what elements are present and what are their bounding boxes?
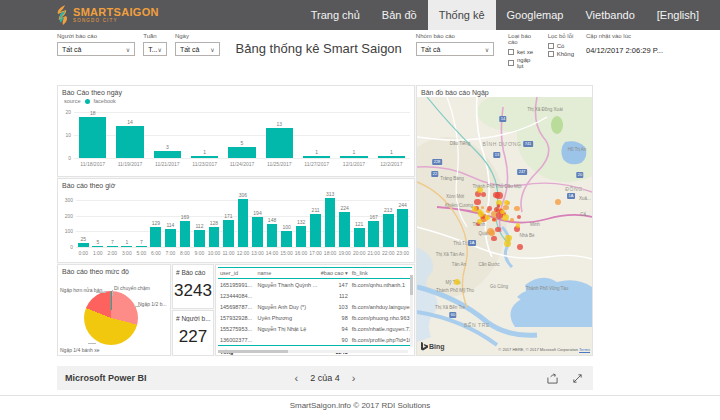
fullscreen-icon[interactable]	[572, 373, 583, 384]
incident-dot[interactable]	[517, 244, 523, 250]
prev-page-button[interactable]: ‹	[295, 372, 299, 384]
table-row[interactable]: 165195991...Nguyễn Thanh Quỳnh ...147fb.…	[218, 279, 412, 291]
incident-dot[interactable]	[495, 227, 500, 232]
table-row[interactable]: 123444084...112	[218, 290, 412, 301]
incident-dot[interactable]	[516, 223, 521, 228]
bar-14-00[interactable]	[267, 224, 278, 247]
bar-8-00[interactable]	[180, 221, 191, 247]
incident-dot[interactable]	[555, 199, 561, 205]
bar-11-27-2017[interactable]	[303, 156, 331, 158]
bar-value-label: 148	[265, 217, 280, 223]
bar-5-00[interactable]	[136, 246, 147, 248]
bar-2-00[interactable]	[107, 246, 118, 248]
bing-map[interactable]: Bing © 2017 HERE, © 2017 Microsoft Corpo…	[417, 97, 592, 355]
bar-18-00[interactable]	[325, 198, 336, 247]
incident-dot[interactable]	[477, 187, 483, 193]
bar-1-00[interactable]	[92, 246, 103, 248]
bar-9-00[interactable]	[194, 230, 205, 248]
map-place-label: Thị Xã Đồng Xoài	[527, 107, 562, 112]
bar-11-25-2017[interactable]	[266, 128, 294, 158]
error-filter-label: Lọc bỏ lỗi	[548, 33, 574, 39]
bar-6-00[interactable]	[150, 227, 161, 247]
severity-pie-panel: Báo cáo theo mức độ Ngập hơn nửa bán... …	[57, 264, 171, 356]
smartsaigon-logo[interactable]: SMARTSAIGON SONGDO CITY	[55, 5, 159, 25]
nav-item-googlemap[interactable]: Googlemap	[496, 0, 575, 30]
bar-17-00[interactable]	[310, 214, 321, 247]
bar-11-19-2017[interactable]	[116, 126, 144, 158]
bar-13-00[interactable]	[252, 217, 263, 247]
pie-chart[interactable]	[84, 291, 138, 345]
table-cell: 157932928...	[218, 312, 255, 323]
bar-7-00[interactable]	[165, 229, 176, 247]
share-icon[interactable]	[547, 373, 558, 384]
nav-item-trang-ch-[interactable]: Trang chủ	[300, 0, 371, 30]
table-horizontal-scrollbar[interactable]	[218, 350, 408, 353]
bar-value-label: 13	[261, 121, 298, 127]
table-row[interactable]: 155275953...Nguyễn Thị Nhật Lệ94fb.com/n…	[218, 323, 412, 334]
footer-divider	[0, 395, 720, 396]
bar-20-00[interactable]	[354, 228, 365, 247]
incident-dot[interactable]	[514, 206, 519, 211]
day-filter-dropdown[interactable]: Tất cả ∨	[175, 42, 220, 56]
next-page-button[interactable]: ›	[352, 372, 356, 384]
group-filter-dropdown[interactable]: Tất cả ∨	[416, 42, 494, 56]
table-header--bao-cao[interactable]: #bao cao ▾	[318, 268, 350, 279]
page-navigation: ‹ 2 của 4 ›	[57, 372, 593, 384]
checkbox-co[interactable]: Có	[548, 43, 574, 49]
incident-dot[interactable]	[503, 205, 509, 211]
incident-dot[interactable]	[487, 206, 492, 211]
bar-10-00[interactable]	[209, 227, 220, 247]
table-row[interactable]: 145698787...Nguyễn Anh Duy (*)103fb.com/…	[218, 301, 412, 312]
bar-value-label: 112	[192, 223, 207, 229]
road-badge: 14	[499, 116, 506, 122]
bar-11-23-2017[interactable]	[191, 156, 219, 158]
bar-value-label: 211	[308, 207, 323, 213]
bar-12-00[interactable]	[238, 199, 249, 247]
bar-0-00[interactable]	[78, 243, 89, 247]
week-filter-dropdown[interactable]: T... ∨	[143, 42, 167, 56]
bar-15-00[interactable]	[281, 231, 292, 247]
checkbox-icon	[508, 60, 514, 66]
road-badge: 1A	[468, 240, 476, 246]
nav-item-b-n-[interactable]: Bản đồ	[371, 0, 428, 30]
gridline	[74, 112, 410, 113]
table-vertical-scrollbar[interactable]	[410, 275, 413, 347]
daily-chart-title: Báo Cáo theo ngày	[58, 86, 414, 96]
incident-dot[interactable]	[495, 192, 503, 200]
bar-3-00[interactable]	[121, 246, 132, 248]
incident-dot[interactable]	[510, 218, 514, 222]
nav-item--english-[interactable]: [English]	[646, 0, 710, 30]
table-header-name[interactable]: name	[255, 268, 317, 279]
incident-dot[interactable]	[491, 236, 496, 241]
bar-11-18-2017[interactable]	[79, 117, 107, 158]
nav-item-vietbando[interactable]: Vietbando	[574, 0, 645, 30]
bing-logo[interactable]: Bing	[421, 342, 445, 351]
incident-dot[interactable]	[492, 218, 496, 222]
table-row[interactable]: 157932928...Uyên Phương98fb.com/phuong.n…	[218, 312, 412, 323]
reporter-filter-dropdown[interactable]: Tất cả ∨	[57, 42, 135, 56]
bar-23-00[interactable]	[397, 209, 408, 247]
chevron-down-icon: ∨	[126, 46, 130, 53]
bar-22-00[interactable]	[383, 214, 394, 247]
bar-21-00[interactable]	[368, 221, 379, 247]
bar-16-00[interactable]	[296, 226, 307, 247]
bar-11-24-2017[interactable]	[228, 147, 256, 159]
bar-value-label: 129	[149, 220, 164, 226]
bar-value-label: 194	[250, 210, 265, 216]
checkbox-ket-xe[interactable]: kẹt xe	[508, 49, 534, 55]
incident-dot[interactable]	[504, 240, 511, 247]
checkbox-khong[interactable]: Không	[548, 51, 574, 57]
bar-19-00[interactable]	[339, 212, 350, 247]
bar-12-1-2017[interactable]	[340, 156, 368, 158]
nav-item-th-ng-k-[interactable]: Thống kê	[428, 0, 496, 30]
bar-11-21-2017[interactable]	[154, 151, 182, 158]
table-header-user-id[interactable]: user_id	[218, 268, 255, 279]
table-header-fb-link[interactable]: fb_link	[350, 268, 412, 279]
bar-12-2-2017[interactable]	[378, 156, 406, 158]
incident-dot[interactable]	[454, 279, 460, 285]
checkbox-ngap-lut[interactable]: ngập lụt	[508, 57, 534, 69]
bar-11-00[interactable]	[223, 220, 234, 247]
table-row[interactable]: 136002377...90fb.com/profile.php?id=1000…	[218, 334, 412, 346]
terms-link[interactable]: Terms	[579, 347, 590, 352]
incident-dot[interactable]	[481, 192, 486, 197]
